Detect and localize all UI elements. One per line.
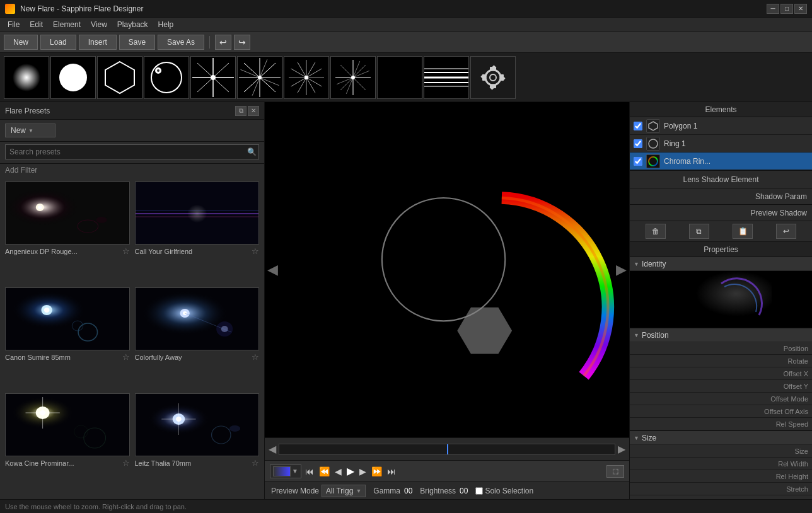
skip-to-end-button[interactable]: ⏭ — [386, 466, 397, 476]
prop-section-position-header[interactable]: ▼ Position — [630, 328, 812, 342]
undo-button[interactable]: ↩ — [215, 35, 231, 50]
add-filter-label: Add Filter — [5, 166, 37, 175]
preset-thumb-4[interactable] — [5, 393, 130, 456]
left-panel: Flare Presets ⧉ ✕ New ▼ 🔍 Add Filter — [0, 102, 265, 499]
undo-element-button[interactable]: ↩ — [776, 224, 796, 239]
solo-selection-group: Solo Selection — [475, 487, 533, 495]
preset-strip-crescent[interactable] — [377, 56, 422, 99]
element-row-1[interactable]: Ring 1 — [630, 135, 812, 153]
preset-strip-hexagon[interactable] — [97, 56, 142, 99]
copy-element-button[interactable]: ⧉ — [689, 224, 709, 239]
position-title: Position — [642, 331, 669, 340]
insert-button[interactable]: Insert — [79, 35, 117, 50]
skip-to-start-button[interactable]: ⏮ — [304, 466, 315, 476]
preset-star-1[interactable]: ☆ — [252, 246, 259, 256]
preset-name-2: Canon Sumire 85mm — [5, 354, 71, 361]
right-area: Elements Polygon 1 — [629, 102, 812, 499]
color-bar-dropdown[interactable]: ▼ — [292, 468, 298, 475]
element-check-1[interactable] — [634, 139, 642, 148]
preset-strip-starburst4[interactable] — [190, 56, 236, 99]
close-button[interactable]: ✕ — [794, 4, 807, 14]
preset-strip-gear[interactable] — [470, 56, 516, 99]
menu-help[interactable]: Help — [153, 19, 179, 30]
maximize-button[interactable]: □ — [780, 4, 793, 14]
preset-star-5[interactable]: ☆ — [252, 458, 259, 468]
play-button[interactable]: ▶ — [345, 465, 356, 477]
shadow-element-row[interactable]: Lens Shadow Element — [630, 170, 812, 188]
timeline-right-arrow[interactable]: ▶ — [617, 443, 627, 455]
menu-edit[interactable]: Edit — [25, 19, 48, 30]
preset-footer-4: Kowa Cine Prominar... ☆ — [5, 458, 130, 468]
properties-panel: Properties ▼ Identity — [630, 242, 812, 499]
preset-strip-starburst-spoke[interactable] — [284, 56, 329, 99]
preset-strip-glow-hard[interactable] — [50, 56, 96, 99]
search-icon-button[interactable]: 🔍 — [247, 147, 257, 156]
rewind-button[interactable]: ⏪ — [318, 466, 331, 476]
element-check-0[interactable] — [634, 122, 642, 130]
menu-element[interactable]: Element — [48, 19, 86, 30]
preset-strip-starburst-cross[interactable] — [330, 56, 376, 99]
panel-copy-button[interactable]: ⧉ — [235, 106, 246, 116]
preset-thumb-5[interactable] — [135, 393, 260, 456]
prev-frame-button[interactable]: ◀ — [334, 466, 343, 476]
prop-section-size-header[interactable]: ▼ Size — [630, 431, 812, 445]
element-row-0[interactable]: Polygon 1 — [630, 117, 812, 135]
delete-element-button[interactable]: 🗑 — [646, 224, 666, 239]
prop-relspeed-row: Rel Speed — [630, 418, 812, 430]
menu-playback[interactable]: Playback — [112, 19, 153, 30]
minimize-button[interactable]: ─ — [767, 4, 779, 14]
preview-canvas[interactable]: ◀ ▶ — [265, 102, 629, 437]
color-bar[interactable] — [273, 466, 291, 476]
fast-forward-button[interactable]: ⏩ — [370, 466, 383, 476]
preset-star-3[interactable]: ☆ — [252, 352, 259, 362]
menu-view[interactable]: View — [86, 19, 112, 30]
timeline-left-arrow[interactable]: ◀ — [267, 443, 277, 455]
redo-button[interactable]: ↪ — [234, 35, 250, 50]
status-bar: Use the mouse wheel to zoom. Right-click… — [0, 499, 812, 513]
svg-rect-107 — [671, 271, 772, 328]
preset-card-1: Call Your Girlfriend ☆ — [135, 182, 260, 282]
shadow-param-row[interactable]: Shadow Param — [630, 188, 812, 204]
preset-strip-streaks[interactable] — [424, 56, 469, 99]
preset-strip-starburst8[interactable] — [237, 56, 282, 99]
preview-left-arrow[interactable]: ◀ — [267, 262, 278, 278]
preset-strip-circle-ring[interactable] — [144, 56, 189, 99]
preset-thumb-1[interactable] — [135, 182, 260, 245]
preset-footer-1: Call Your Girlfriend ☆ — [135, 246, 260, 256]
brightness-group: Brightness 00 — [420, 487, 468, 495]
element-row-2[interactable]: Chroma Rin... — [630, 153, 812, 170]
preset-thumb-3[interactable] — [135, 287, 260, 350]
paste-element-button[interactable]: 📋 — [733, 224, 753, 239]
element-check-2[interactable] — [634, 157, 642, 166]
next-frame-button[interactable]: ▶ — [358, 466, 368, 476]
new-dropdown[interactable]: New ▼ — [5, 124, 55, 137]
panel-close-button[interactable]: ✕ — [248, 106, 259, 116]
prop-section-identity-header[interactable]: ▼ Identity — [630, 257, 812, 271]
menu-file[interactable]: File — [3, 19, 25, 30]
prop-stretch-row: Stretch — [630, 483, 812, 495]
preset-star-0[interactable]: ☆ — [122, 246, 130, 256]
prop-relheight-row: Rel Height — [630, 470, 812, 483]
preview-shadow-row[interactable]: Preview Shadow — [630, 204, 812, 221]
preview-mode-dropdown[interactable]: All Trigg ▼ — [322, 485, 366, 497]
preset-star-4[interactable]: ☆ — [122, 458, 130, 468]
solo-selection-checkbox[interactable] — [475, 487, 483, 495]
preset-strip-glow-soft[interactable] — [4, 56, 49, 99]
preset-star-2[interactable]: ☆ — [122, 352, 130, 362]
load-button[interactable]: Load — [40, 35, 76, 50]
preset-footer-2: Canon Sumire 85mm ☆ — [5, 352, 130, 362]
identity-collapse-icon: ▼ — [634, 261, 639, 267]
save-button[interactable]: Save — [119, 35, 155, 50]
preview-mode-label: Preview Mode — [271, 487, 319, 495]
svg-point-3 — [59, 64, 87, 91]
preset-thumb-2[interactable] — [5, 287, 130, 350]
preset-thumb-0[interactable] — [5, 182, 130, 245]
save-as-button[interactable]: Save As — [158, 35, 204, 50]
new-button[interactable]: New — [4, 35, 38, 50]
preview-right-arrow[interactable]: ▶ — [616, 262, 627, 278]
search-input[interactable] — [5, 144, 259, 159]
prop-relspeed-label: Rel Speed — [776, 420, 808, 428]
timeline-playhead — [447, 444, 448, 454]
timeline-bar[interactable] — [279, 444, 615, 455]
aspect-button[interactable]: ⬚ — [606, 465, 624, 478]
